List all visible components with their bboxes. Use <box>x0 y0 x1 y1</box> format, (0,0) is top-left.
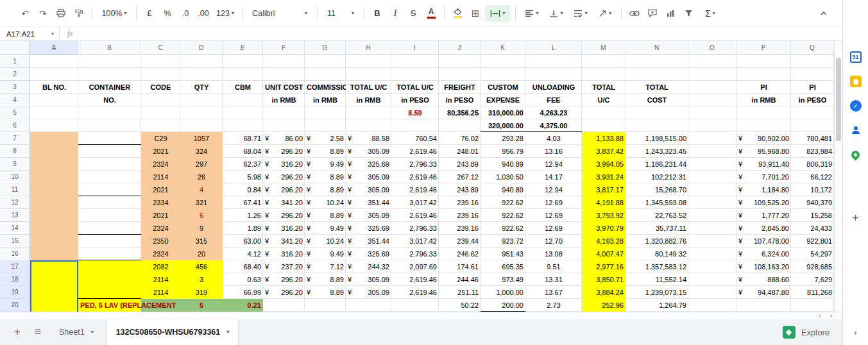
cell-P18[interactable]: ¥888.60 <box>736 273 791 286</box>
cell-G15[interactable]: ¥10.24 <box>305 235 346 248</box>
cell-P16[interactable]: ¥6,324.00 <box>736 248 791 260</box>
cell-L8[interactable]: 13.16 <box>525 145 582 158</box>
cell-J4[interactable]: in PESO <box>439 94 481 106</box>
cell-P14[interactable]: ¥2,845.80 <box>736 222 791 235</box>
add-addon-button[interactable]: + <box>843 212 868 225</box>
cell-M17[interactable]: 2,977.16 <box>582 260 625 273</box>
cell-D19[interactable]: 319 <box>180 286 223 299</box>
cell-J10[interactable]: 267.12 <box>439 171 481 183</box>
cell-I18[interactable]: 2,619.46 <box>391 273 439 286</box>
horizontal-scrollbar[interactable]: ‹ › <box>0 312 842 319</box>
cell-C3[interactable]: CODE <box>141 81 180 94</box>
cell-Q17[interactable]: 928,685 <box>791 260 834 273</box>
bold-button[interactable]: B <box>369 5 386 22</box>
cell-K5[interactable]: 310,000.00 <box>481 106 525 119</box>
insert-comment-button[interactable] <box>644 5 661 22</box>
cell-E14[interactable]: 1.89 <box>223 222 263 235</box>
cell-N20[interactable]: 1,264.79 <box>625 299 688 312</box>
cell-H12[interactable]: ¥351.44 <box>346 196 391 209</box>
cell-Q15[interactable]: 922,801 <box>791 235 834 248</box>
column-header-H[interactable]: H <box>346 41 391 55</box>
cell-K9[interactable]: 940.89 <box>481 158 525 171</box>
cell-D7[interactable]: 1057 <box>180 132 223 145</box>
cell-J3[interactable]: FREIGHT <box>439 81 481 94</box>
cell-I12[interactable]: 3,017.42 <box>391 196 439 209</box>
cell-H10[interactable]: ¥305.09 <box>346 171 391 183</box>
cell-J17[interactable]: 174.61 <box>439 260 481 273</box>
cell-J16[interactable]: 246.62 <box>439 248 481 260</box>
cell-C11[interactable]: 2021 <box>141 183 180 196</box>
column-header-M[interactable]: M <box>582 41 625 55</box>
cell-P11[interactable]: ¥1,184.80 <box>736 183 791 196</box>
cell-Q9[interactable]: 806,319 <box>791 158 834 171</box>
calendar-icon[interactable]: 31 <box>849 50 863 64</box>
cell-L9[interactable]: 12.94 <box>525 158 582 171</box>
cell-F18[interactable]: ¥296.20 <box>263 273 305 286</box>
cell-M16[interactable]: 4,007.47 <box>582 248 625 260</box>
cell-J9[interactable]: 243.89 <box>439 158 481 171</box>
row-header-9[interactable]: 9 <box>0 158 30 171</box>
cell-K15[interactable]: 923.72 <box>481 235 525 248</box>
row-header-20[interactable]: 20 <box>0 299 30 312</box>
row-header-19[interactable]: 19 <box>0 286 30 299</box>
cell-A3[interactable]: BL NO. <box>30 81 78 94</box>
cell-J15[interactable]: 239.44 <box>439 235 481 248</box>
cell-E13[interactable]: 1.26 <box>223 209 263 222</box>
cell-K4[interactable]: EXPENSE <box>481 94 525 106</box>
column-header-Q[interactable]: Q <box>791 41 834 55</box>
column-header-L[interactable]: L <box>525 41 582 55</box>
print-button[interactable] <box>53 5 69 22</box>
cell-F8[interactable]: ¥296.20 <box>263 145 305 158</box>
cell-J13[interactable]: 239.16 <box>439 209 481 222</box>
cell-G14[interactable]: ¥9.49 <box>305 222 346 235</box>
cell-I8[interactable]: 2,619.46 <box>391 145 439 158</box>
cell-N4[interactable]: COST <box>625 94 688 106</box>
cell-D13[interactable]: 6 <box>180 209 223 222</box>
row-header-16[interactable]: 16 <box>0 248 30 260</box>
row-header-18[interactable]: 18 <box>0 273 30 286</box>
cell-N12[interactable]: 1,345,593.08 <box>625 196 688 209</box>
cell-Q13[interactable]: 15,258 <box>791 209 834 222</box>
cell-C18[interactable]: 2114 <box>141 273 180 286</box>
cell-N18[interactable]: 11,552.14 <box>625 273 688 286</box>
cell-C17[interactable]: 2082 <box>141 260 180 273</box>
cell-I13[interactable]: 2,619.46 <box>391 209 439 222</box>
functions-button[interactable]: Σ▾ <box>698 5 722 22</box>
cell-G18[interactable]: ¥8.89 <box>305 273 346 286</box>
filter-button[interactable] <box>680 5 697 22</box>
tab-sheet1[interactable]: Sheet1 ▾ <box>50 319 103 345</box>
column-header-J[interactable]: J <box>439 41 481 55</box>
cell-Q7[interactable]: 780,481 <box>791 132 834 145</box>
row-header-5[interactable]: 5 <box>0 106 30 119</box>
row-header-1[interactable]: 1 <box>0 55 30 68</box>
cell-C7[interactable]: C29 <box>141 132 180 145</box>
cell-E17[interactable]: 68.40 <box>223 260 263 273</box>
column-header-A[interactable]: A <box>30 41 78 55</box>
column-header-O[interactable]: O <box>688 41 736 55</box>
cell-M7[interactable]: 1,133.88 <box>582 132 625 145</box>
cell-K18[interactable]: 973.49 <box>481 273 525 286</box>
cell-P3[interactable]: PI <box>736 81 791 94</box>
explore-button[interactable]: Explore <box>783 319 830 345</box>
row-header-11[interactable]: 11 <box>0 183 30 196</box>
cell-L16[interactable]: 13.08 <box>525 248 582 260</box>
cell-H3[interactable]: TOTAL U/C <box>346 81 391 94</box>
cell-P9[interactable]: ¥93,911.40 <box>736 158 791 171</box>
cell-D16[interactable]: 20 <box>180 248 223 260</box>
cell-K17[interactable]: 695.35 <box>481 260 525 273</box>
cell-D12[interactable]: 321 <box>180 196 223 209</box>
tab-active-sheet[interactable]: 132C508650-WHSU6793361 ▾ <box>106 319 239 345</box>
cell-C15[interactable]: 2350 <box>141 235 180 248</box>
cell-G8[interactable]: ¥8.89 <box>305 145 346 158</box>
cell-I4[interactable]: in PESO <box>391 94 439 106</box>
cell-H8[interactable]: ¥305.09 <box>346 145 391 158</box>
cell-H19[interactable]: ¥305.09 <box>346 286 391 299</box>
column-header-N[interactable]: N <box>625 41 688 55</box>
cell-G7[interactable]: ¥2.58 <box>305 132 346 145</box>
more-formats-button[interactable]: 123▾ <box>213 5 237 22</box>
cell-H17[interactable]: ¥244.32 <box>346 260 391 273</box>
cell-N11[interactable]: 15,268.70 <box>625 183 688 196</box>
vertical-align-button[interactable]: ▾ <box>545 5 568 22</box>
cell-K8[interactable]: 956.79 <box>481 145 525 158</box>
cell-N13[interactable]: 22,763.52 <box>625 209 688 222</box>
